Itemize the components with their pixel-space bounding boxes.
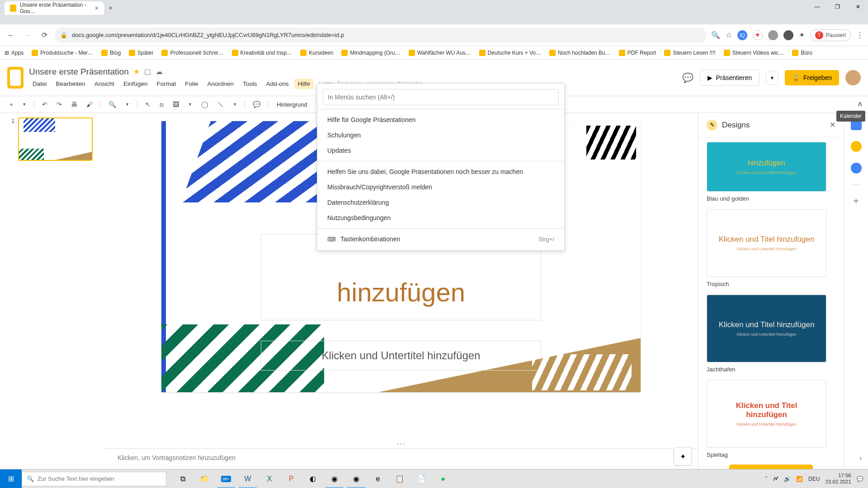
resize-handle[interactable]: • • • <box>104 439 698 448</box>
language-indicator[interactable]: DEU <box>808 476 820 482</box>
image-dropdown[interactable]: ▼ <box>185 100 195 109</box>
help-item[interactable]: Missbrauch/Copyrightverstoß melden <box>317 179 564 195</box>
background-button[interactable]: Hintergrund <box>273 99 311 110</box>
menu-ansicht[interactable]: Ansicht <box>91 79 118 89</box>
design-theme-item[interactable]: Klicken und Titel hinzufügen Klicken und… <box>707 209 835 287</box>
edge-browser-icon[interactable]: e <box>367 469 389 488</box>
edge-icon[interactable]: 99+ <box>215 469 237 488</box>
speaker-notes[interactable]: Klicken, um Vortragsnotizen hinzuzufügen <box>104 448 698 472</box>
wifi-icon[interactable]: 📶 <box>796 476 803 482</box>
bookmark-item[interactable]: Kreativität und Insp… <box>232 50 292 56</box>
bookmark-item[interactable]: Wahlfächer WU Aus… <box>409 50 471 56</box>
back-button[interactable]: ← <box>5 28 17 42</box>
comment-tool[interactable]: 💬 <box>250 99 264 110</box>
apps-button[interactable]: ⊞Apps <box>5 50 24 56</box>
minimize-button[interactable]: — <box>807 0 827 14</box>
help-item[interactable]: Nutzungsbedingungen <box>317 210 564 225</box>
obs-icon[interactable]: ◉ <box>324 469 345 488</box>
slide-subtitle-placeholder[interactable]: Klicken und Untertitel hinzufügen <box>261 341 541 371</box>
help-item[interactable]: Datenschutzerklärung <box>317 195 564 210</box>
paint-format-button[interactable]: 🖌 <box>83 99 96 110</box>
star-icon[interactable]: ★ <box>133 67 140 76</box>
shape-tool[interactable]: ◯ <box>198 99 212 110</box>
expand-rail-button[interactable]: › <box>859 455 862 462</box>
line-dropdown[interactable]: ▼ <box>230 100 240 109</box>
windows-search[interactable]: 🔍 Zur Suche Text hier eingeben <box>22 472 166 486</box>
help-item[interactable]: Schulungen <box>317 127 564 143</box>
slide-thumbnail-1[interactable] <box>18 117 93 161</box>
move-icon[interactable]: ▢ <box>144 67 151 76</box>
clock[interactable]: 17:56 23.02.2021 <box>825 473 851 485</box>
bookmark-item[interactable]: Später <box>129 50 153 56</box>
help-item[interactable]: Hilfe für Google Präsentationen <box>317 112 564 127</box>
menu-hilfe[interactable]: Hilfe <box>294 79 314 89</box>
collapse-toolbar-button[interactable]: ᐱ <box>858 101 862 108</box>
undo-button[interactable]: ↶ <box>39 99 51 110</box>
help-item[interactable]: Helfen Sie uns dabei, Google Präsentatio… <box>317 164 564 179</box>
extension-icon-3[interactable] <box>768 30 778 40</box>
image-tool[interactable]: 🖼 <box>170 99 182 110</box>
bookmark-item[interactable]: Büro <box>792 50 812 56</box>
new-slide-dropdown[interactable]: ▼ <box>19 100 29 109</box>
close-designs-button[interactable]: ✕ <box>830 121 835 129</box>
zoom-button[interactable]: 🔍 <box>105 99 119 110</box>
menu-bearbeiten[interactable]: Bearbeiten <box>52 79 89 89</box>
bookmark-item[interactable]: Deutsche Kurs + Vo… <box>479 50 541 56</box>
textbox-tool[interactable]: ⧈ <box>156 99 167 111</box>
browser-menu-button[interactable]: ⋮ <box>856 31 863 39</box>
menu-anordnen[interactable]: Anordnen <box>203 79 237 89</box>
task-view-button[interactable]: ⧉ <box>172 469 193 488</box>
present-dropdown[interactable]: ▼ <box>766 71 778 85</box>
start-button[interactable]: ⊞ <box>0 469 22 488</box>
bookmark-item[interactable]: Kursideen <box>300 50 333 56</box>
comments-button[interactable]: 💬 <box>682 72 693 83</box>
menu-einfügen[interactable]: Einfügen <box>120 79 151 89</box>
close-window-button[interactable]: ✕ <box>848 0 868 14</box>
bookmark-item[interactable]: Professionell Schrei… <box>161 50 223 56</box>
notifications-icon[interactable]: 💬 <box>857 476 863 482</box>
explorer-icon[interactable]: 📁 <box>193 469 215 488</box>
bookmark-item[interactable]: Steuern Lesen !!!! <box>664 50 716 56</box>
star-icon[interactable]: ☆ <box>726 31 732 39</box>
close-tab-icon[interactable]: × <box>95 5 99 12</box>
reload-button[interactable]: ⟳ <box>39 28 50 42</box>
print-button[interactable]: 🖶 <box>68 99 80 110</box>
spotify-icon[interactable]: ● <box>432 469 454 488</box>
powerpoint-icon[interactable]: P <box>280 469 302 488</box>
url-bar[interactable]: 🔒 docs.google.com/presentation/d/1je40CL… <box>55 28 707 43</box>
bookmark-item[interactable]: PDF Report <box>619 50 656 56</box>
zoom-dropdown[interactable]: ▼ <box>122 100 132 109</box>
user-avatar[interactable] <box>845 70 861 85</box>
profile-paused-badge[interactable]: T Pausiert <box>810 29 851 41</box>
extension-icon-4[interactable] <box>783 30 793 40</box>
extension-icon-1[interactable]: IQ <box>737 30 747 40</box>
menu-datei[interactable]: Datei <box>29 79 51 89</box>
menu-folie[interactable]: Folie <box>181 79 202 89</box>
app-icon-1[interactable]: ◐ <box>302 469 324 488</box>
present-button[interactable]: ▶ Präsentieren <box>700 70 760 86</box>
tray-expand-icon[interactable]: ˄ <box>765 476 768 482</box>
design-theme-item[interactable]: hinzufügen Klicken und Untertitel hinzuf… <box>707 142 835 202</box>
new-slide-button[interactable]: + <box>6 99 16 110</box>
zoom-icon[interactable]: 🔍 <box>711 31 720 39</box>
battery-icon[interactable]: 🗲 <box>773 476 778 482</box>
extension-icon-2[interactable]: ✚ <box>753 30 763 40</box>
slides-logo[interactable] <box>7 67 24 89</box>
new-tab-button[interactable]: + <box>104 1 117 15</box>
keep-icon[interactable] <box>851 141 862 152</box>
bookmark-item[interactable]: Blog <box>101 50 121 56</box>
line-tool[interactable]: ＼ <box>214 98 227 111</box>
tasks-icon[interactable] <box>851 163 862 174</box>
browser-tab[interactable]: Unsere erste Präsentation - Goo… × <box>5 1 104 15</box>
bookmark-item[interactable]: Produktsuche - Mer… <box>32 50 93 56</box>
help-search-input[interactable] <box>323 89 559 105</box>
excel-icon[interactable]: X <box>259 469 280 488</box>
select-tool[interactable]: ↖ <box>142 99 154 110</box>
document-title[interactable]: Unsere erste Präsentation <box>29 67 129 77</box>
redo-button[interactable]: ↷ <box>53 99 65 110</box>
app-icon-2[interactable]: 📋 <box>389 469 410 488</box>
bookmark-item[interactable]: Noch hochladen Bu… <box>549 50 611 56</box>
chrome-icon[interactable]: ◉ <box>345 469 367 488</box>
word-icon[interactable]: W <box>237 469 259 488</box>
maximize-button[interactable]: ❐ <box>827 0 848 14</box>
